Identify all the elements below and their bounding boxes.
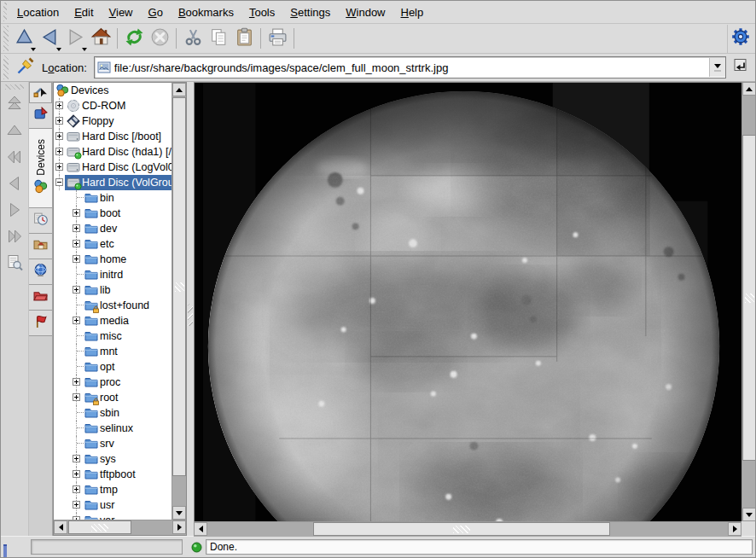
tree-horizontal-scrollbar[interactable] — [54, 520, 186, 535]
tree-scroll-left-button[interactable] — [54, 520, 67, 534]
nav-right-button[interactable] — [3, 201, 26, 222]
nav-up-button[interactable] — [3, 122, 26, 142]
nav-double-up-button[interactable] — [3, 96, 26, 116]
menu-go[interactable]: Go — [141, 3, 171, 21]
expander-plus-icon[interactable] — [73, 393, 80, 401]
tree-row-devices[interactable]: Devices — [54, 83, 172, 98]
paste-button[interactable] — [231, 26, 257, 51]
print-button[interactable] — [265, 26, 290, 51]
view-scroll-up-button[interactable] — [742, 82, 756, 96]
dropdown-arrow-icon[interactable] — [56, 48, 61, 51]
tree-row-misc[interactable]: misc — [54, 328, 172, 344]
tree-row-selinux[interactable]: selinux — [54, 421, 172, 436]
tree-row-hard-disc-boot-[interactable]: Hard Disc [/boot] — [54, 129, 172, 144]
sidebar-tab-history[interactable] — [29, 208, 52, 234]
toolbar-handle[interactable] — [3, 26, 9, 51]
go-button[interactable] — [730, 56, 752, 78]
tree-scroll-up-button[interactable] — [172, 83, 186, 96]
tree-row-initrd[interactable]: initrd — [54, 267, 172, 282]
tree-row-root[interactable]: root — [54, 390, 172, 405]
clear-location-button[interactable] — [15, 56, 37, 78]
menu-settings[interactable]: Settings — [282, 3, 338, 21]
tree-row-var[interactable]: var — [54, 513, 172, 520]
expander-plus-icon[interactable] — [73, 255, 80, 263]
tree-row-etc[interactable]: etc — [54, 236, 172, 252]
tree-row-dev[interactable]: dev — [54, 221, 172, 236]
nav-double-right-button[interactable] — [3, 228, 26, 248]
tree-row-tmp[interactable]: tmp — [54, 482, 172, 497]
expander-plus-icon[interactable] — [73, 378, 80, 386]
expander-plus-icon[interactable] — [73, 286, 80, 294]
expander-plus-icon[interactable] — [73, 209, 80, 217]
view-scroll-right-button[interactable] — [728, 522, 741, 536]
reload-button[interactable] — [121, 26, 147, 51]
navcol-handle[interactable] — [5, 84, 24, 90]
expander-plus-icon[interactable] — [55, 163, 63, 171]
nav-left-button[interactable] — [3, 175, 26, 195]
sidebar-tab-bookmarks[interactable] — [29, 103, 52, 129]
tree-row-hard-disc-hda1-[interactable]: Hard Disc (hda1) [/ — [54, 144, 172, 160]
back-button[interactable] — [37, 26, 62, 51]
moon-image[interactable] — [194, 82, 741, 521]
tree-row-hard-disc-volgrou[interactable]: Hard Disc (VolGrou — [54, 175, 172, 190]
menu-view[interactable]: View — [102, 3, 141, 21]
home-button[interactable] — [88, 26, 113, 51]
tree-row-sbin[interactable]: sbin — [54, 405, 172, 421]
tree-row-mnt[interactable]: mnt — [54, 344, 172, 359]
expander-plus-icon[interactable] — [55, 148, 63, 155]
expander-plus-icon[interactable] — [73, 485, 80, 493]
tree-row-media[interactable]: media — [54, 313, 172, 328]
menu-location[interactable]: Location — [9, 3, 67, 21]
menu-help[interactable]: Help — [393, 3, 432, 21]
tree-row-boot[interactable]: boot — [54, 206, 172, 221]
location-dropdown-button[interactable] — [709, 58, 725, 77]
view-hscrollbar-thumb[interactable] — [313, 522, 610, 536]
view-vertical-scrollbar[interactable] — [741, 82, 756, 521]
tree-row-lib[interactable]: lib — [54, 282, 172, 298]
sidebar-tab-network[interactable] — [29, 259, 52, 285]
tree-scroll-right-button[interactable] — [172, 520, 186, 534]
up-button[interactable] — [11, 26, 37, 51]
sidebar-tab-services[interactable] — [29, 311, 52, 336]
sidebar-tab-devices[interactable]: Devices — [29, 129, 52, 208]
view-scroll-left-button[interactable] — [194, 522, 207, 536]
menubar-handle[interactable] — [3, 3, 7, 21]
locationbar-handle[interactable] — [3, 55, 9, 79]
expander-plus-icon[interactable] — [55, 132, 63, 140]
expander-plus-icon[interactable] — [55, 117, 63, 125]
expander-plus-icon[interactable] — [73, 501, 80, 509]
expander-plus-icon[interactable] — [73, 224, 80, 232]
tree-row-bin[interactable]: bin — [54, 190, 172, 206]
tree-row-proc[interactable]: proc — [54, 375, 172, 390]
view-scrollbar-thumb[interactable] — [742, 135, 756, 461]
statusbar-resize-nub[interactable] — [3, 544, 7, 557]
copy-button[interactable] — [206, 26, 231, 51]
tree-row-opt[interactable]: opt — [54, 359, 172, 375]
location-input[interactable]: file:/usr/share/backgrounds/images/space… — [94, 56, 726, 78]
expander-plus-icon[interactable] — [73, 455, 80, 462]
tree-row-hard-disc-logvol0[interactable]: Hard Disc (LogVol0 — [54, 160, 172, 175]
expander-minus-icon[interactable] — [55, 178, 63, 186]
tree-row-floppy[interactable]: Floppy — [54, 113, 172, 129]
cut-button[interactable] — [180, 26, 206, 51]
sidebar-tab-root-folder[interactable] — [29, 285, 52, 311]
tree-row-srv[interactable]: srv — [54, 436, 172, 451]
view-scroll-down-button[interactable] — [742, 508, 756, 521]
nav-preview-button[interactable] — [3, 254, 26, 275]
menu-bookmarks[interactable]: Bookmarks — [171, 3, 241, 21]
tree-row-tftpboot[interactable]: tftpboot — [54, 467, 172, 482]
sidebar-tab-home-folder[interactable] — [29, 234, 52, 259]
tree-scroll-down-button[interactable] — [172, 506, 186, 520]
tree-row-cd-rom[interactable]: CD-ROM — [54, 98, 172, 113]
expander-plus-icon[interactable] — [73, 317, 80, 324]
tree-row-home[interactable]: home — [54, 252, 172, 267]
sidebar-configure-button[interactable] — [29, 82, 52, 103]
tree-row-sys[interactable]: sys — [54, 451, 172, 467]
nav-double-left-button[interactable] — [3, 148, 26, 169]
tree-row-lost-found[interactable]: lost+found — [54, 298, 172, 313]
menu-tools[interactable]: Tools — [241, 3, 282, 21]
expander-plus-icon[interactable] — [55, 102, 63, 109]
tree-vertical-scrollbar[interactable] — [172, 83, 186, 520]
view-horizontal-scrollbar[interactable] — [194, 521, 741, 537]
menu-window[interactable]: Window — [338, 3, 393, 21]
